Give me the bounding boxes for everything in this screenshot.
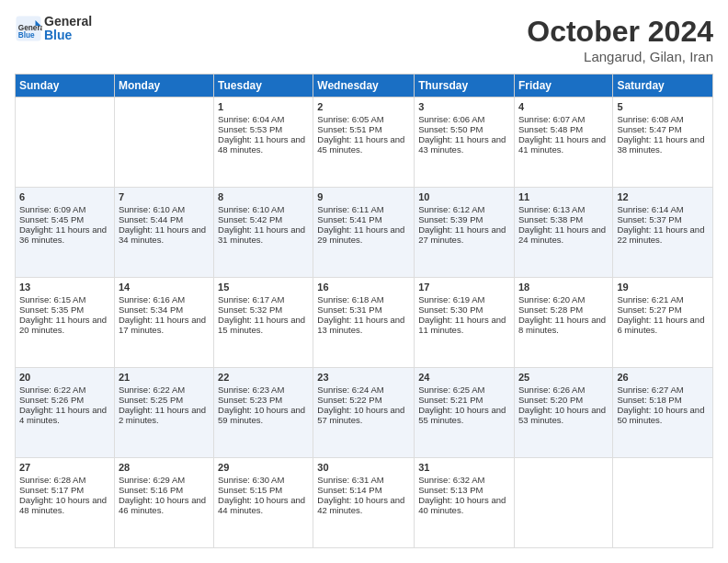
calendar-cell: 12Sunrise: 6:14 AMSunset: 5:37 PMDayligh… [613,188,713,278]
calendar-cell: 10Sunrise: 6:12 AMSunset: 5:39 PMDayligh… [415,188,515,278]
sunrise: Sunrise: 6:09 AM [19,204,85,214]
day-number: 3 [418,101,510,112]
calendar-cell: 15Sunrise: 6:17 AMSunset: 5:32 PMDayligh… [214,278,313,368]
day-number: 26 [617,372,709,383]
day-number: 23 [317,372,410,383]
day-header-saturday: Saturday [613,75,713,98]
calendar-table: SundayMondayTuesdayWednesdayThursdayFrid… [15,74,713,548]
daylight: Daylight: 11 hours and 36 minutes. [19,224,107,245]
logo-general: General [44,15,92,29]
daylight: Daylight: 10 hours and 53 minutes. [518,405,606,425]
logo-blue: Blue [44,29,92,42]
daylight: Daylight: 10 hours and 40 minutes. [418,495,506,515]
calendar-cell: 25Sunrise: 6:26 AMSunset: 5:20 PMDayligh… [514,368,612,458]
day-number: 17 [418,282,510,293]
day-number: 7 [119,191,210,202]
sunset: Sunset: 5:45 PM [19,214,84,224]
sunset: Sunset: 5:41 PM [317,214,381,224]
sunrise: Sunrise: 6:12 AM [418,204,484,214]
calendar-week-5: 27Sunrise: 6:28 AMSunset: 5:17 PMDayligh… [16,458,713,548]
calendar-week-2: 6Sunrise: 6:09 AMSunset: 5:45 PMDaylight… [16,188,713,278]
daylight: Daylight: 11 hours and 31 minutes. [218,224,305,245]
sunset: Sunset: 5:21 PM [418,395,483,405]
sunset: Sunset: 5:23 PM [218,395,282,405]
calendar-cell [514,458,612,548]
calendar-cell: 14Sunrise: 6:16 AMSunset: 5:34 PMDayligh… [114,278,213,368]
day-number: 6 [19,191,110,202]
day-header-sunday: Sunday [16,75,115,98]
sunrise: Sunrise: 6:28 AM [19,475,85,485]
daylight: Daylight: 11 hours and 45 minutes. [317,134,404,155]
day-number: 11 [518,191,609,202]
day-number: 18 [518,282,609,293]
calendar-cell: 24Sunrise: 6:25 AMSunset: 5:21 PMDayligh… [415,368,515,458]
daylight: Daylight: 10 hours and 42 minutes. [317,495,404,515]
calendar-header-row: SundayMondayTuesdayWednesdayThursdayFrid… [16,75,713,98]
sunset: Sunset: 5:37 PM [617,214,681,224]
sunset: Sunset: 5:26 PM [19,395,84,405]
calendar-cell: 3Sunrise: 6:06 AMSunset: 5:50 PMDaylight… [415,98,515,188]
day-number: 14 [119,282,210,293]
sunset: Sunset: 5:22 PM [317,395,381,405]
sunset: Sunset: 5:51 PM [317,124,381,134]
sunrise: Sunrise: 6:23 AM [218,385,284,395]
calendar-cell: 5Sunrise: 6:08 AMSunset: 5:47 PMDaylight… [613,98,713,188]
daylight: Daylight: 10 hours and 44 minutes. [218,495,305,515]
sunrise: Sunrise: 6:13 AM [518,204,585,214]
sunset: Sunset: 5:20 PM [518,395,583,405]
daylight: Daylight: 11 hours and 48 minutes. [218,134,305,155]
sunset: Sunset: 5:18 PM [617,395,681,405]
sunrise: Sunrise: 6:25 AM [418,385,484,395]
day-number: 24 [418,372,510,383]
sunrise: Sunrise: 6:22 AM [19,385,85,395]
sunset: Sunset: 5:31 PM [317,304,381,315]
day-number: 16 [317,282,410,293]
day-header-thursday: Thursday [415,75,515,98]
sunset: Sunset: 5:25 PM [119,395,183,405]
sunset: Sunset: 5:50 PM [418,124,483,134]
logo-icon: General Blue [15,15,42,42]
sunset: Sunset: 5:17 PM [19,485,84,495]
sunrise: Sunrise: 6:24 AM [317,385,383,395]
day-number: 2 [317,101,410,112]
day-number: 25 [518,372,609,383]
sunrise: Sunrise: 6:05 AM [317,114,383,124]
daylight: Daylight: 11 hours and 22 minutes. [617,224,704,245]
sunrise: Sunrise: 6:10 AM [218,204,284,214]
sunrise: Sunrise: 6:14 AM [617,204,683,214]
calendar-cell: 31Sunrise: 6:32 AMSunset: 5:13 PMDayligh… [415,458,515,548]
calendar-cell: 11Sunrise: 6:13 AMSunset: 5:38 PMDayligh… [514,188,612,278]
sunset: Sunset: 5:16 PM [119,485,183,495]
calendar-cell: 6Sunrise: 6:09 AMSunset: 5:45 PMDaylight… [16,188,115,278]
sunset: Sunset: 5:48 PM [518,124,583,134]
sunset: Sunset: 5:32 PM [218,304,282,315]
daylight: Daylight: 11 hours and 29 minutes. [317,224,404,245]
daylight: Daylight: 10 hours and 48 minutes. [19,495,107,515]
day-number: 10 [418,191,510,202]
day-number: 20 [19,372,110,383]
day-number: 29 [218,462,309,473]
main-title: October 2024 [527,15,713,49]
sunset: Sunset: 5:47 PM [617,124,681,134]
calendar-cell: 9Sunrise: 6:11 AMSunset: 5:41 PMDaylight… [313,188,415,278]
sunset: Sunset: 5:39 PM [418,214,483,224]
daylight: Daylight: 11 hours and 4 minutes. [19,405,107,425]
daylight: Daylight: 10 hours and 59 minutes. [218,405,305,425]
sunset: Sunset: 5:14 PM [317,485,381,495]
daylight: Daylight: 11 hours and 17 minutes. [119,315,206,335]
page: General Blue General Blue October 2024 L… [0,0,728,563]
calendar-cell [613,458,713,548]
calendar-cell: 2Sunrise: 6:05 AMSunset: 5:51 PMDaylight… [313,98,415,188]
calendar-cell: 29Sunrise: 6:30 AMSunset: 5:15 PMDayligh… [214,458,313,548]
daylight: Daylight: 10 hours and 55 minutes. [418,405,506,425]
sunrise: Sunrise: 6:32 AM [418,475,484,485]
sunrise: Sunrise: 6:26 AM [518,385,585,395]
sunset: Sunset: 5:35 PM [19,304,84,315]
calendar-cell: 22Sunrise: 6:23 AMSunset: 5:23 PMDayligh… [214,368,313,458]
sunrise: Sunrise: 6:17 AM [218,294,284,304]
sunrise: Sunrise: 6:11 AM [317,204,383,214]
daylight: Daylight: 11 hours and 24 minutes. [518,224,606,245]
sunrise: Sunrise: 6:15 AM [19,294,85,304]
daylight: Daylight: 11 hours and 11 minutes. [418,315,506,335]
day-number: 9 [317,191,410,202]
